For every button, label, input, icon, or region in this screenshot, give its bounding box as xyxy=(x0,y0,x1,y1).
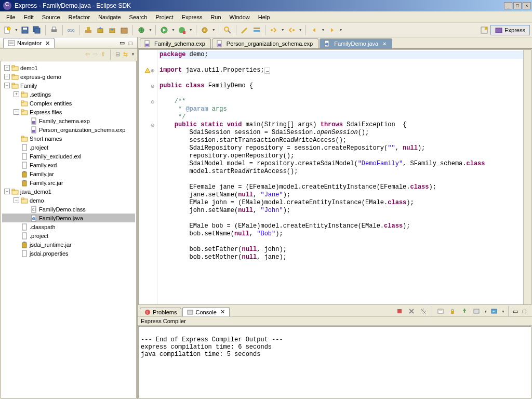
editor-tab[interactable]: Person_organization_schema.exp xyxy=(212,38,318,48)
tree-item[interactable]: 01FamilyDemo.class xyxy=(2,205,135,214)
new-button[interactable] xyxy=(2,25,12,35)
tree-item[interactable]: −Express files xyxy=(2,108,135,116)
tree-label: demo xyxy=(30,197,44,204)
nav-forward-icon[interactable]: ⇨ xyxy=(93,51,98,58)
tree-item[interactable]: −Family xyxy=(2,81,135,90)
view-menu-icon[interactable]: ▼ xyxy=(131,52,135,57)
tree-item[interactable]: JFamilyDemo.java xyxy=(2,214,135,222)
express-binary-icon[interactable]: 010 xyxy=(66,25,76,35)
menu-file[interactable]: File xyxy=(2,12,20,22)
menu-source[interactable]: Source xyxy=(38,12,64,22)
export-button[interactable] xyxy=(95,25,105,35)
svg-point-1 xyxy=(7,27,10,30)
maximize-console-icon[interactable]: □ xyxy=(521,308,528,315)
import-button[interactable] xyxy=(107,25,117,35)
terminate-icon[interactable] xyxy=(394,306,405,316)
close-button[interactable]: × xyxy=(523,2,531,9)
menu-search[interactable]: Search xyxy=(125,12,152,22)
minimize-button[interactable]: _ xyxy=(504,2,512,9)
svg-rect-38 xyxy=(21,101,24,102)
nav-up-icon[interactable]: ⇧ xyxy=(101,51,105,58)
tree-item[interactable]: jsdai.properties xyxy=(2,249,135,258)
svg-rect-52 xyxy=(22,181,26,186)
tree-item[interactable]: Family_schema.exp xyxy=(2,116,135,125)
proj-icon xyxy=(11,188,19,195)
new-type-button[interactable]: + xyxy=(200,25,210,35)
tree-item[interactable]: .project xyxy=(2,143,135,152)
run-last-button[interactable] xyxy=(177,25,187,35)
maximize-view-icon[interactable]: □ xyxy=(127,39,134,47)
editor-scrollbar[interactable] xyxy=(523,50,531,304)
menu-express[interactable]: Express xyxy=(178,12,207,22)
save-all-button[interactable] xyxy=(32,25,42,35)
maximize-button[interactable]: □ xyxy=(513,2,522,9)
navigator-tree[interactable]: +demo1+express-g demo−Family+.settingsCo… xyxy=(1,61,137,398)
menu-refactor[interactable]: Refactor xyxy=(64,12,95,22)
tree-item[interactable]: +.settings xyxy=(2,90,135,99)
menu-project[interactable]: Project xyxy=(151,12,177,22)
pin-console-icon[interactable] xyxy=(459,306,470,316)
editor-tab-label: Family_schema.exp xyxy=(154,41,205,47)
editor-tab[interactable]: Family_schema.exp xyxy=(140,38,211,48)
save-button[interactable] xyxy=(20,25,30,35)
package-button[interactable] xyxy=(119,25,129,35)
tree-item[interactable]: Complex entities xyxy=(2,99,135,108)
menu-help[interactable]: Help xyxy=(254,12,274,22)
clear-console-icon[interactable] xyxy=(435,306,446,316)
scroll-lock-icon[interactable] xyxy=(447,306,458,316)
close-icon[interactable]: ✕ xyxy=(382,41,387,47)
tree-item[interactable]: Family.exd xyxy=(2,161,135,169)
tree-item[interactable]: .project xyxy=(2,231,135,240)
tree-item[interactable]: Person_organization_schema.exp xyxy=(2,125,135,134)
remove-all-icon[interactable] xyxy=(418,306,429,316)
run-button[interactable] xyxy=(159,25,169,35)
tree-item[interactable]: .classpath xyxy=(2,222,135,231)
tree-item[interactable]: −demo xyxy=(2,196,135,205)
next-annotation-button[interactable] xyxy=(269,25,279,35)
open-perspective-button[interactable] xyxy=(479,25,489,35)
console-output[interactable]: --- End of Express Compiler Output --- e… xyxy=(138,326,531,398)
folder-icon xyxy=(11,82,19,89)
toggle-breadcrumb-button[interactable] xyxy=(251,25,262,35)
search-button[interactable] xyxy=(222,25,233,35)
minimize-view-icon[interactable]: ▭ xyxy=(118,39,126,47)
tree-item[interactable]: Family.src.jar xyxy=(2,178,135,187)
link-editor-icon[interactable]: ⇆ xyxy=(123,51,128,58)
minimize-console-icon[interactable]: ▭ xyxy=(512,308,519,315)
print-button[interactable] xyxy=(49,25,59,35)
tree-label: demo1 xyxy=(20,65,38,71)
tree-item[interactable]: +express-g demo xyxy=(2,72,135,81)
console-tab[interactable]: Console ✕ xyxy=(182,307,229,316)
menu-window[interactable]: Window xyxy=(225,12,254,22)
menu-run[interactable]: Run xyxy=(206,12,225,22)
perspective-express[interactable]: Express xyxy=(490,25,530,35)
open-console-icon[interactable]: + xyxy=(489,306,499,316)
editor-tab[interactable]: JFamilyDemo.java✕ xyxy=(320,38,392,48)
code-editor[interactable]: package demo;import java.util.Properties… xyxy=(157,50,523,304)
problems-icon: ! xyxy=(144,309,151,315)
nav-back-icon[interactable]: ⇦ xyxy=(85,51,90,58)
tree-item[interactable]: +demo1 xyxy=(2,63,135,72)
forward-button[interactable] xyxy=(327,25,337,35)
build-button[interactable] xyxy=(83,25,94,35)
remove-launch-icon[interactable] xyxy=(406,306,417,316)
menu-navigate[interactable]: Navigate xyxy=(94,12,125,22)
menu-edit[interactable]: Edit xyxy=(20,12,38,22)
editor-area[interactable]: ⊕ ⊖ ⊖ ⊖ package demo;import java.util.Pr… xyxy=(138,49,531,305)
navigator-tab[interactable]: Navigator ✕ xyxy=(3,38,55,48)
toggle-mark-button[interactable] xyxy=(240,25,250,35)
problems-tab[interactable]: ! Problems xyxy=(140,308,181,316)
tree-item[interactable]: Short names xyxy=(2,134,135,143)
svg-rect-66 xyxy=(23,242,25,243)
debug-button[interactable] xyxy=(136,25,147,35)
tree-item[interactable]: Family.jar xyxy=(2,169,135,178)
back-button[interactable] xyxy=(309,25,320,35)
display-console-icon[interactable] xyxy=(471,306,482,316)
prev-annotation-button[interactable] xyxy=(286,25,297,35)
tree-item[interactable]: −java_demo1 xyxy=(2,187,135,196)
collapse-all-icon[interactable]: ⊟ xyxy=(115,51,120,58)
tree-label: Family_schema.exp xyxy=(39,118,90,124)
tree-item[interactable]: jsdai_runtime.jar xyxy=(2,240,135,249)
bottom-tabs-area: ! Problems Console ✕ ▼ +▼ xyxy=(138,305,532,317)
tree-item[interactable]: Family_excluded.exl xyxy=(2,152,135,161)
